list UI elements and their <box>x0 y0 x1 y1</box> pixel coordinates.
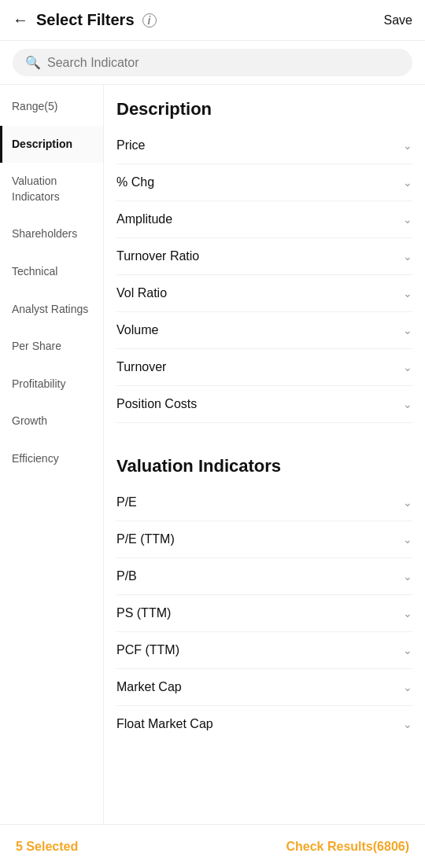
filter-label-price: Price <box>116 138 145 153</box>
chevron-down-icon: ⌄ <box>403 533 412 546</box>
filter-item-turnover[interactable]: Turnover ⌄ <box>116 349 412 386</box>
filter-item-pb[interactable]: P/B ⌄ <box>116 558 412 595</box>
sidebar-item-shareholders[interactable]: Shareholders <box>0 215 103 253</box>
selected-number: 5 <box>16 840 23 853</box>
sidebar: Range(5) Description Valuation Indicator… <box>0 85 104 824</box>
chevron-down-icon: ⌄ <box>403 570 412 583</box>
chevron-down-icon: ⌄ <box>403 324 412 337</box>
section-spacer <box>116 423 412 442</box>
bottom-bar: 5 Selected Check Results(6806) <box>0 824 425 868</box>
filter-label-market-cap: Market Cap <box>116 680 182 694</box>
filter-item-ps-ttm[interactable]: PS (TTM) ⌄ <box>116 595 412 632</box>
filter-item-vol-ratio[interactable]: Vol Ratio ⌄ <box>116 275 412 312</box>
search-input[interactable] <box>47 56 400 70</box>
header-left: ← Select Filters i <box>13 11 157 29</box>
sidebar-item-technical[interactable]: Technical <box>0 253 103 291</box>
filter-item-market-cap[interactable]: Market Cap ⌄ <box>116 669 412 706</box>
chevron-down-icon: ⌄ <box>403 644 412 657</box>
check-results-button[interactable]: Check Results(6806) <box>286 840 409 854</box>
filter-label-ps-ttm: PS (TTM) <box>116 606 171 620</box>
filter-item-turnover-ratio[interactable]: Turnover Ratio ⌄ <box>116 238 412 275</box>
search-icon: 🔍 <box>25 55 41 70</box>
chevron-down-icon: ⌄ <box>403 496 412 509</box>
filter-item-position-costs[interactable]: Position Costs ⌄ <box>116 386 412 423</box>
filter-item-pe[interactable]: P/E ⌄ <box>116 484 412 521</box>
chevron-down-icon: ⌄ <box>403 361 412 373</box>
filter-label-pe: P/E <box>116 495 137 509</box>
chevron-down-icon: ⌄ <box>403 607 412 620</box>
search-bar: 🔍 <box>0 41 425 85</box>
header: ← Select Filters i Save <box>0 0 425 41</box>
filter-item-volume[interactable]: Volume ⌄ <box>116 312 412 349</box>
chevron-down-icon: ⌄ <box>403 176 412 189</box>
filter-label-position-costs: Position Costs <box>116 397 197 411</box>
filter-item-amplitude[interactable]: Amplitude ⌄ <box>116 201 412 238</box>
main-layout: Range(5) Description Valuation Indicator… <box>0 85 425 824</box>
sidebar-item-range[interactable]: Range(5) <box>0 88 103 126</box>
sidebar-item-growth[interactable]: Growth <box>0 403 103 440</box>
filter-item-price[interactable]: Price ⌄ <box>116 127 412 164</box>
save-button[interactable]: Save <box>384 13 412 28</box>
chevron-down-icon: ⌄ <box>403 213 412 226</box>
section-title-description: Description <box>116 85 412 127</box>
sidebar-item-valuation[interactable]: Valuation Indicators <box>0 163 103 215</box>
sidebar-item-analyst[interactable]: Analyst Ratings <box>0 291 103 329</box>
back-icon[interactable]: ← <box>13 11 28 29</box>
filter-label-pb: P/B <box>116 569 137 583</box>
filter-label-float-market-cap: Float Market Cap <box>116 717 213 731</box>
chevron-down-icon: ⌄ <box>403 398 412 410</box>
selected-label: Selected <box>26 840 78 853</box>
filter-item-pe-ttm[interactable]: P/E (TTM) ⌄ <box>116 521 412 558</box>
chevron-down-icon: ⌄ <box>403 681 412 693</box>
filter-label-pe-ttm: P/E (TTM) <box>116 532 175 546</box>
chevron-down-icon: ⌄ <box>403 718 412 730</box>
page-title: Select Filters <box>36 11 135 29</box>
filter-label-pct-chg: % Chg <box>116 175 154 189</box>
content-area: Description Price ⌄ % Chg ⌄ Amplitude ⌄ … <box>104 85 425 824</box>
selected-count: 5 Selected <box>16 840 78 854</box>
info-icon[interactable]: i <box>142 13 157 28</box>
chevron-down-icon: ⌄ <box>403 287 412 300</box>
sidebar-item-efficiency[interactable]: Efficiency <box>0 440 103 478</box>
filter-label-amplitude: Amplitude <box>116 212 172 226</box>
filter-item-pcf-ttm[interactable]: PCF (TTM) ⌄ <box>116 632 412 669</box>
filter-label-pcf-ttm: PCF (TTM) <box>116 643 179 657</box>
sidebar-item-per-share[interactable]: Per Share <box>0 328 103 366</box>
filter-label-vol-ratio: Vol Ratio <box>116 286 167 300</box>
filter-item-pct-chg[interactable]: % Chg ⌄ <box>116 164 412 201</box>
filter-label-volume: Volume <box>116 323 158 337</box>
sidebar-item-profitability[interactable]: Profitability <box>0 366 103 403</box>
chevron-down-icon: ⌄ <box>403 250 412 263</box>
search-inner: 🔍 <box>13 49 412 76</box>
section-title-valuation: Valuation Indicators <box>116 442 412 484</box>
filter-item-float-market-cap[interactable]: Float Market Cap ⌄ <box>116 706 412 742</box>
filter-label-turnover: Turnover <box>116 360 166 374</box>
sidebar-item-description[interactable]: Description <box>0 126 103 164</box>
chevron-down-icon: ⌄ <box>403 139 412 152</box>
filter-label-turnover-ratio: Turnover Ratio <box>116 249 199 263</box>
